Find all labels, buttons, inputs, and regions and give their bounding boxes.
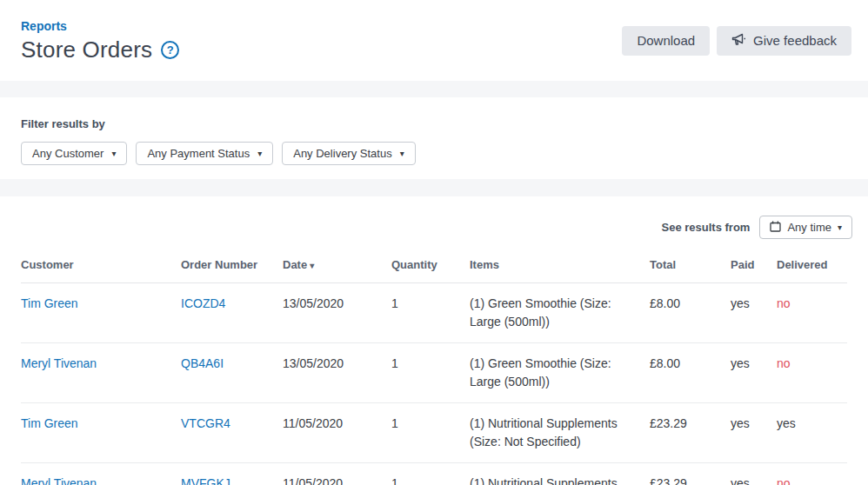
total-cell: £8.00 (650, 343, 731, 403)
time-range-dropdown[interactable]: Any time ▾ (759, 216, 852, 239)
delivered-cell: no (777, 343, 847, 403)
table-row: Tim Green ICOZD4 13/05/2020 1 (1) Green … (21, 283, 847, 343)
date-cell: 13/05/2020 (283, 283, 391, 343)
delivery-status-filter-dropdown[interactable]: Any Delivery Status ▾ (282, 142, 415, 165)
column-header-total[interactable]: Total (650, 253, 731, 283)
caret-down-icon: ▾ (257, 149, 262, 158)
orders-table: Customer Order Number Date▾ Quantity Ite… (21, 253, 847, 485)
megaphone-icon (731, 33, 746, 49)
download-button[interactable]: Download (622, 26, 710, 56)
give-feedback-button[interactable]: Give feedback (717, 26, 851, 56)
date-cell: 11/05/2020 (283, 463, 391, 485)
calendar-icon (770, 221, 781, 235)
breadcrumb[interactable]: Reports (21, 19, 67, 33)
quantity-cell: 1 (391, 463, 470, 485)
quantity-cell: 1 (391, 283, 470, 343)
order-number-link[interactable]: VTCGR4 (181, 416, 230, 430)
caret-down-icon: ▾ (111, 149, 116, 158)
filter-section-label: Filter results by (21, 117, 847, 130)
order-number-link[interactable]: ICOZD4 (181, 296, 225, 310)
page-header: Reports Store Orders ? Download Give fee… (0, 0, 868, 81)
total-cell: £23.29 (650, 403, 731, 463)
quantity-cell: 1 (391, 343, 470, 403)
page-title: Store Orders (21, 37, 152, 63)
sort-descending-icon: ▾ (310, 261, 314, 270)
paid-cell: yes (731, 463, 777, 485)
payment-status-filter-dropdown[interactable]: Any Payment Status ▾ (136, 142, 273, 165)
filter-section: Filter results by Any Customer ▾ Any Pay… (0, 97, 868, 179)
column-header-items[interactable]: Items (470, 253, 650, 283)
delivery-status-filter-label: Any Delivery Status (293, 147, 391, 160)
total-cell: £23.29 (650, 463, 731, 485)
customer-link[interactable]: Tim Green (21, 296, 78, 310)
order-number-link[interactable]: MVFGKJ (181, 476, 230, 485)
items-cell: (1) Green Smoothie (Size: Large (500ml)) (470, 343, 650, 403)
header-actions: Download Give feedback (622, 26, 851, 56)
customer-filter-label: Any Customer (32, 147, 103, 160)
date-cell: 11/05/2020 (283, 403, 391, 463)
paid-cell: yes (731, 343, 777, 403)
date-cell: 13/05/2020 (283, 343, 391, 403)
delivered-cell: no (777, 283, 847, 343)
results-section: See results from Any time ▾ Customer Ord… (0, 196, 868, 485)
give-feedback-button-label: Give feedback (753, 33, 837, 48)
customer-link[interactable]: Meryl Tivenan (21, 356, 97, 370)
table-row: Tim Green VTCGR4 11/05/2020 1 (1) Nutrit… (21, 403, 847, 463)
customer-link[interactable]: Tim Green (21, 416, 78, 430)
quantity-cell: 1 (391, 403, 470, 463)
delivered-cell: no (777, 463, 847, 485)
caret-down-icon: ▾ (400, 149, 404, 158)
column-header-order-number[interactable]: Order Number (181, 253, 283, 283)
customer-link[interactable]: Meryl Tivenan (21, 476, 97, 485)
time-range-label: Any time (787, 221, 831, 234)
table-row: Meryl Tivenan MVFGKJ 11/05/2020 1 (1) Nu… (21, 463, 847, 485)
table-row: Meryl Tivenan QB4A6I 13/05/2020 1 (1) Gr… (21, 343, 847, 403)
download-button-label: Download (637, 33, 695, 48)
column-header-quantity[interactable]: Quantity (391, 253, 470, 283)
paid-cell: yes (731, 283, 777, 343)
see-results-from-label: See results from (662, 221, 751, 234)
paid-cell: yes (731, 403, 777, 463)
column-header-date[interactable]: Date▾ (283, 253, 391, 283)
total-cell: £8.00 (650, 283, 731, 343)
header-titles: Reports Store Orders ? (21, 18, 179, 63)
column-header-delivered[interactable]: Delivered (777, 253, 847, 283)
payment-status-filter-label: Any Payment Status (147, 147, 250, 160)
help-icon[interactable]: ? (161, 41, 179, 59)
order-number-link[interactable]: QB4A6I (181, 356, 224, 370)
orders-table-header-row: Customer Order Number Date▾ Quantity Ite… (21, 253, 847, 283)
customer-filter-dropdown[interactable]: Any Customer ▾ (21, 142, 127, 165)
items-cell: (1) Nutritional Supplements (Size: Not S… (470, 403, 650, 463)
caret-down-icon: ▾ (838, 223, 842, 232)
delivered-cell: yes (777, 403, 847, 463)
column-header-customer[interactable]: Customer (21, 253, 181, 283)
column-header-paid[interactable]: Paid (731, 253, 777, 283)
items-cell: (1) Nutritional Supplements (Size: Not S… (470, 463, 650, 485)
items-cell: (1) Green Smoothie (Size: Large (500ml)) (470, 283, 650, 343)
